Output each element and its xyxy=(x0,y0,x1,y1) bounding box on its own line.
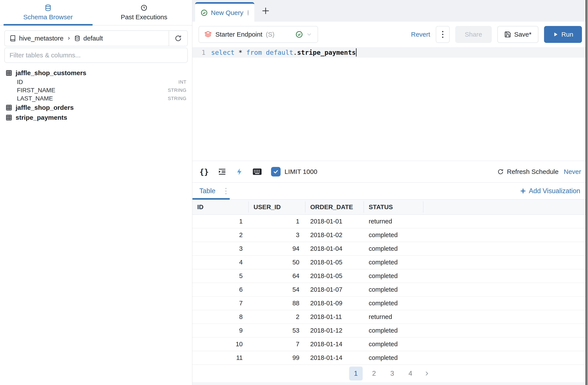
filter-input[interactable] xyxy=(10,52,183,59)
schema-table-item[interactable]: jaffle_shop_orders xyxy=(6,103,186,113)
keyboard-shortcuts-icon[interactable] xyxy=(252,168,262,176)
schema-column-item[interactable]: FIRST_NAME STRING xyxy=(6,86,186,94)
cell: 2018-01-12 xyxy=(305,327,364,334)
schema-column-name: ID xyxy=(17,79,23,86)
refresh-schedule-label: Refresh Schedule xyxy=(507,168,558,175)
play-icon xyxy=(553,32,558,37)
refresh-icon xyxy=(175,35,182,42)
cell: 2018-01-05 xyxy=(305,259,364,266)
table-tab-menu-icon[interactable] xyxy=(225,188,227,194)
table-grid-icon xyxy=(6,114,12,121)
table-grid-icon xyxy=(6,70,12,76)
share-button[interactable]: Share xyxy=(455,26,492,43)
cell: 2018-01-14 xyxy=(305,341,364,348)
schema-column-item[interactable]: LAST_NAME STRING xyxy=(6,94,186,103)
cell: returned xyxy=(364,313,423,321)
filter-input-box xyxy=(4,48,188,63)
save-button[interactable]: Save* xyxy=(497,26,538,43)
sql-editor[interactable]: 1 select * from default.stripe_payments xyxy=(192,47,588,161)
results-header: Table Add Visualization xyxy=(192,182,588,199)
schema-column-type: STRING xyxy=(168,96,186,101)
refresh-schedule: Refresh Schedule Never xyxy=(497,168,581,175)
column-header-status[interactable]: STATUS xyxy=(364,201,423,213)
sync-icon xyxy=(497,169,504,175)
schema-column-name: FIRST_NAME xyxy=(17,87,55,94)
indent-icon[interactable] xyxy=(218,167,227,176)
cell: 99 xyxy=(249,354,305,361)
more-actions-button[interactable] xyxy=(436,26,450,43)
refresh-schedule-value[interactable]: Never xyxy=(564,168,581,175)
cell: completed xyxy=(364,232,423,239)
schema-column-item[interactable]: ID INT xyxy=(6,78,186,86)
limit-toggle[interactable]: LIMIT 1000 xyxy=(271,167,317,176)
cell: 2018-01-11 xyxy=(305,313,364,321)
schema-column-name: LAST_NAME xyxy=(17,95,53,102)
cell: 10 xyxy=(192,341,249,348)
cell: 1 xyxy=(249,218,305,225)
page-button-2[interactable]: 2 xyxy=(367,367,381,381)
cell: 2018-01-14 xyxy=(305,354,364,361)
cell: completed xyxy=(364,272,423,279)
page-button-3[interactable]: 3 xyxy=(386,367,399,381)
active-code-line: 1 select * from default.stripe_payments xyxy=(192,47,588,58)
autocomplete-lightning-icon[interactable] xyxy=(235,167,243,176)
schema-column-type: INT xyxy=(178,79,186,85)
cell: 54 xyxy=(249,286,305,293)
cell: 4 xyxy=(192,259,249,266)
limit-checkbox[interactable] xyxy=(271,167,281,176)
tab-past-executions[interactable]: Past Executions xyxy=(96,0,192,25)
cell: completed xyxy=(364,354,423,361)
query-saved-check-icon xyxy=(201,9,208,16)
catalog-book-icon xyxy=(10,35,16,42)
tab-past-executions-label: Past Executions xyxy=(121,13,167,21)
run-button[interactable]: Run xyxy=(544,26,582,43)
endpoint-size: (S) xyxy=(266,31,274,38)
breadcrumb[interactable]: hive_metastore default xyxy=(5,35,169,42)
table-row: 11992018-01-14completed xyxy=(192,351,588,365)
format-query-icon[interactable]: {} xyxy=(199,167,209,176)
tab-schema-browser[interactable]: Schema Browser xyxy=(0,0,96,25)
window-scrollbar[interactable] xyxy=(586,0,588,385)
schema-table-item[interactable]: jaffle_shop_customers xyxy=(6,68,186,78)
add-visualization-button[interactable]: Add Visualization xyxy=(520,187,580,195)
tab-schema-browser-label: Schema Browser xyxy=(23,13,73,21)
cell: 7 xyxy=(249,341,305,348)
cell: 94 xyxy=(249,245,305,252)
breadcrumb-catalog[interactable]: hive_metastore xyxy=(19,35,63,42)
cell: completed xyxy=(364,245,423,252)
table-row: 5642018-01-05completed xyxy=(192,269,588,283)
page-button-1[interactable]: 1 xyxy=(349,367,363,381)
next-page-button[interactable] xyxy=(422,370,431,377)
schema-table-item[interactable]: stripe_payments xyxy=(6,113,186,123)
column-header-user_id[interactable]: USER_ID xyxy=(249,201,305,213)
new-tab-button[interactable] xyxy=(261,6,270,16)
cell: 3 xyxy=(249,232,305,239)
table-grid-icon xyxy=(6,104,12,111)
cell: 6 xyxy=(192,286,249,293)
cell: 11 xyxy=(192,354,249,361)
revert-link[interactable]: Revert xyxy=(411,31,430,38)
cell: 2018-01-07 xyxy=(305,286,364,293)
pagination: 1234 xyxy=(192,365,588,382)
cell: 2018-01-05 xyxy=(305,272,364,279)
table-row: 9532018-01-12completed xyxy=(192,324,588,338)
tab-table-visualization[interactable]: Table xyxy=(199,187,215,195)
page-button-4[interactable]: 4 xyxy=(404,367,417,381)
breadcrumb-schema[interactable]: default xyxy=(83,35,103,42)
endpoint-selector[interactable]: Starter Endpoint (S) xyxy=(199,26,318,43)
query-editor-panel: New Query Starter Endpoint (S) Revert xyxy=(192,0,588,385)
refresh-schema-button[interactable] xyxy=(169,31,187,46)
cell: completed xyxy=(364,327,423,334)
cell: 7 xyxy=(192,300,249,307)
column-header-order_date[interactable]: ORDER_DATE xyxy=(305,201,364,213)
table-row: 3942018-01-04completed xyxy=(192,242,588,256)
schema-table-name: jaffle_shop_customers xyxy=(16,69,86,77)
table-row: 232018-01-02completed xyxy=(192,228,588,242)
column-header-id[interactable]: ID xyxy=(192,201,249,213)
tab-new-query[interactable]: New Query xyxy=(195,2,254,22)
save-floppy-icon xyxy=(504,31,511,38)
results-body: 112018-01-01returned232018-01-02complete… xyxy=(192,215,588,365)
line-number: 1 xyxy=(192,49,211,56)
unsaved-indicator xyxy=(248,10,249,16)
cell: 2018-01-09 xyxy=(305,300,364,307)
